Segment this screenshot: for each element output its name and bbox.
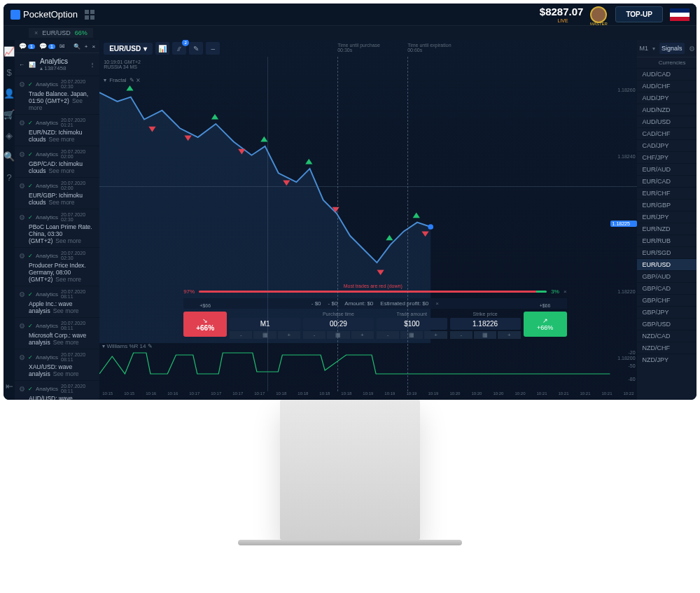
help-icon[interactable]: ? bbox=[4, 172, 15, 183]
currency-item[interactable]: EUR/CAD↑ bbox=[637, 175, 696, 187]
currency-item[interactable]: NZD/JPY↑ bbox=[637, 354, 696, 365]
close-icon[interactable]: × bbox=[564, 288, 567, 295]
minus-icon[interactable]: – bbox=[206, 42, 220, 55]
check-icon: ✓ bbox=[28, 291, 33, 298]
currency-item[interactable]: AUD/CAD↓↓ bbox=[637, 68, 696, 80]
mail-icon[interactable]: ✉ bbox=[59, 43, 65, 50]
monitor-screen: PocketOption $8287.07 LIVE MASTER TOP-UP… bbox=[4, 4, 696, 400]
sell-button[interactable]: +$66 ↘ +66% bbox=[183, 312, 227, 337]
diamond-icon[interactable]: ◈ bbox=[4, 130, 15, 141]
currency-item[interactable]: EUR/GBP↑ bbox=[637, 199, 696, 211]
currency-item[interactable]: NZD/CAD↓ bbox=[637, 330, 696, 342]
analytics-item[interactable]: ⚙✓Analytics20.07.2020 08:11Apple Inc.: w… bbox=[15, 286, 99, 317]
gear-icon[interactable]: ⚙ bbox=[19, 214, 25, 221]
currency-item[interactable]: GBP/JPY↓ bbox=[637, 306, 696, 318]
currency-item[interactable]: AUD/USD↓ bbox=[637, 116, 696, 127]
user-icon[interactable]: 👤 bbox=[4, 88, 15, 99]
pair-button[interactable]: EUR/USD ▾ bbox=[104, 43, 153, 55]
gear-icon[interactable]: ⚙ bbox=[19, 119, 25, 127]
analytics-item[interactable]: ⚙✓Analytics20.07.2020 08:11Microsoft Cor… bbox=[15, 317, 99, 349]
analytics-item[interactable]: ⚙✓Analytics20.07.2020 02:00EUR/GBP: Ichi… bbox=[15, 177, 99, 209]
fractal-indicator[interactable]: ▾ Fractal ✎ ⨯ bbox=[104, 77, 141, 83]
currency-item[interactable]: AUD/CHF↑ bbox=[637, 80, 696, 92]
price-chart[interactable]: 1.18260 1.18240 1.18225 1.18220 1.18200 … bbox=[99, 57, 636, 391]
balance[interactable]: $8287.07 LIVE bbox=[540, 6, 584, 23]
gear-icon[interactable]: ⚙ bbox=[19, 151, 25, 158]
currency-item[interactable]: AUD/NZD↓ bbox=[637, 104, 696, 116]
search-icon[interactable]: 🔍 bbox=[4, 151, 15, 162]
gear-icon[interactable]: ⚙ bbox=[19, 182, 25, 190]
timeframe-field[interactable]: M1 -▦+ bbox=[230, 312, 300, 337]
close-icon[interactable]: × bbox=[34, 29, 38, 36]
tab-eurusd[interactable]: × EUR/USD 66% bbox=[29, 28, 93, 38]
currency-item[interactable]: EUR/CHF↓ bbox=[637, 187, 696, 199]
currency-item[interactable]: GBP/AUD↑ bbox=[637, 270, 696, 282]
analytics-item[interactable]: ⚙✓Analytics20.07.2020 02:30Trade Balance… bbox=[15, 76, 99, 114]
trade-amount-field[interactable]: Trade amount $100 -▦+ bbox=[377, 312, 447, 337]
gear-icon[interactable]: ⚙ bbox=[689, 45, 695, 53]
currency-item[interactable]: CHF/JPY↓ bbox=[637, 151, 696, 163]
more-icon[interactable]: ⋮ bbox=[90, 62, 95, 68]
back-icon[interactable]: ← bbox=[19, 62, 24, 68]
strike-price-field[interactable]: Strike price 1.18226 -▦+ bbox=[450, 312, 521, 337]
indicator-icon[interactable]: ⫽2 bbox=[172, 42, 186, 55]
currency-item[interactable]: CAD/CHF↑ bbox=[637, 127, 696, 139]
analytics-item[interactable]: ⚙✓Analytics20.07.2020 01:21EUR/NZD: Ichi… bbox=[15, 114, 99, 146]
topup-button[interactable]: TOP-UP bbox=[615, 6, 663, 22]
williams-indicator: ▾ Williams %R 14 ✎ -20 -50 -80 bbox=[99, 343, 610, 382]
analytics-item[interactable]: ⚙✓Analytics20.07.2020 08:11XAU/USD: wave… bbox=[15, 349, 99, 380]
cart-icon[interactable]: 🛒 bbox=[4, 109, 15, 120]
analytics-item[interactable]: ⚙✓Analytics20.07.2020 02:30Producer Pric… bbox=[15, 247, 99, 286]
currency-item[interactable]: EUR/SGD↓ bbox=[637, 246, 696, 258]
gear-icon[interactable]: ⚙ bbox=[19, 354, 25, 361]
gear-icon[interactable]: ⚙ bbox=[19, 252, 25, 260]
currency-item[interactable]: EUR/NZD↑↑ bbox=[637, 223, 696, 235]
bell-icon[interactable]: 💬1 bbox=[39, 43, 55, 50]
balance-mode: LIVE bbox=[542, 18, 584, 23]
chart-icon[interactable]: 📈 bbox=[4, 46, 15, 57]
plus-icon[interactable]: + bbox=[85, 43, 88, 50]
analytics-list[interactable]: ⚙✓Analytics20.07.2020 02:30Trade Balance… bbox=[15, 76, 99, 400]
analytics-item[interactable]: ⚙✓Analytics20.07.2020 08:11AUD/USD: wave… bbox=[15, 380, 99, 400]
gear-icon[interactable]: ⚙ bbox=[19, 291, 25, 298]
search-icon[interactable]: 🔍 bbox=[74, 43, 80, 50]
avatar[interactable]: MASTER bbox=[590, 6, 607, 23]
gear-icon[interactable]: ⚙ bbox=[19, 81, 25, 88]
language-flag-icon[interactable] bbox=[670, 8, 690, 21]
chart-area[interactable]: EUR/USD ▾ 📊 ⫽2 ✎ – 10:19:01 GMT+2 RUSSIA… bbox=[99, 40, 636, 400]
timeframe-select[interactable]: M1 bbox=[640, 45, 649, 52]
currency-item[interactable]: NZD/CHF↑ bbox=[637, 342, 696, 354]
currency-item[interactable]: AUD/JPY↓↓ bbox=[637, 92, 696, 104]
currency-item[interactable]: GBP/USD↓ bbox=[637, 318, 696, 330]
currency-item[interactable]: EUR/RUB↓ bbox=[637, 235, 696, 246]
currency-item[interactable]: EUR/JPY↓ bbox=[637, 211, 696, 223]
currency-item[interactable]: CAD/JPY↑ bbox=[637, 139, 696, 151]
signals-button[interactable]: Signals bbox=[659, 43, 685, 54]
currency-item[interactable]: GBP/CHF↑ bbox=[637, 294, 696, 306]
close-icon[interactable]: × bbox=[435, 300, 439, 307]
currency-item[interactable]: EUR/AUD↑ bbox=[637, 163, 696, 175]
buy-button[interactable]: +$66 ↗ +66% bbox=[524, 312, 567, 337]
check-icon: ✓ bbox=[28, 354, 33, 361]
tab-bar: × EUR/USD 66% bbox=[4, 26, 696, 40]
currency-item[interactable]: GBP/CAD↓ bbox=[637, 282, 696, 294]
check-icon: ✓ bbox=[28, 323, 33, 329]
currency-item[interactable]: EUR/USD↓ bbox=[637, 258, 696, 270]
gear-icon[interactable]: ⚙ bbox=[19, 385, 25, 393]
close-icon[interactable]: × bbox=[92, 43, 95, 50]
logo[interactable]: PocketOption bbox=[10, 9, 78, 20]
gear-icon[interactable]: ⚙ bbox=[19, 322, 25, 330]
logout-icon[interactable]: ⇤ bbox=[4, 380, 15, 391]
grid-icon[interactable] bbox=[85, 10, 94, 20]
purchase-time-field[interactable]: Purchase time 00:29 -▦+ bbox=[303, 312, 374, 337]
currency-list[interactable]: AUD/CAD↓↓AUD/CHF↑AUD/JPY↓↓AUD/NZD↓AUD/US… bbox=[637, 68, 696, 400]
analytics-item[interactable]: ⚙✓Analytics20.07.2020 02:00GBP/CAD: Ichi… bbox=[15, 146, 99, 177]
monitor-stand bbox=[280, 400, 420, 540]
check-icon: ✓ bbox=[28, 183, 33, 189]
analytics-item[interactable]: ⚙✓Analytics20.07.2020 02:30PBoC Loan Pri… bbox=[15, 209, 99, 247]
chat-icon[interactable]: 💬1 bbox=[19, 43, 35, 50]
candle-icon[interactable]: 📊 bbox=[155, 42, 169, 55]
chart-time-info: 10:19:01 GMT+2 RUSSIA 34 MS bbox=[104, 60, 141, 69]
draw-icon[interactable]: ✎ bbox=[189, 42, 203, 55]
dollar-icon[interactable]: $ bbox=[4, 67, 15, 78]
